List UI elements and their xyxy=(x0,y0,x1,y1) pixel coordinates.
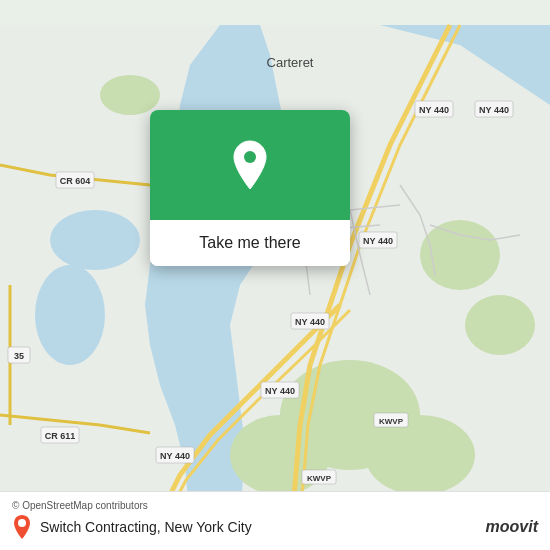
attribution-text: © OpenStreetMap contributors xyxy=(12,500,538,511)
svg-point-32 xyxy=(244,151,256,163)
location-pin-icon xyxy=(228,139,272,191)
svg-text:KWVP: KWVP xyxy=(307,474,332,483)
svg-text:NY 440: NY 440 xyxy=(160,451,190,461)
svg-point-2 xyxy=(35,265,105,365)
popup-button-area: Take me there xyxy=(150,220,350,266)
map-background: NY 440 NY 440 NY 440 NY 440 NY 440 NY 44… xyxy=(0,0,550,550)
svg-text:CR 604: CR 604 xyxy=(60,176,91,186)
popup-green-area xyxy=(150,110,350,220)
svg-text:Carteret: Carteret xyxy=(267,55,314,70)
svg-point-1 xyxy=(50,210,140,270)
svg-point-33 xyxy=(18,519,26,527)
bottom-bar: © OpenStreetMap contributors Switch Cont… xyxy=(0,491,550,550)
location-label: Switch Contracting, New York City xyxy=(40,519,252,535)
map-container: NY 440 NY 440 NY 440 NY 440 NY 440 NY 44… xyxy=(0,0,550,550)
svg-point-8 xyxy=(100,75,160,115)
moovit-logo: moovit xyxy=(486,518,538,536)
svg-text:NY 440: NY 440 xyxy=(419,105,449,115)
svg-text:NY 440: NY 440 xyxy=(479,105,509,115)
svg-text:NY 440: NY 440 xyxy=(295,317,325,327)
take-me-there-button[interactable]: Take me there xyxy=(166,234,334,252)
moovit-logo-text: moovit xyxy=(486,518,538,536)
svg-text:CR 611: CR 611 xyxy=(45,431,76,441)
svg-text:35: 35 xyxy=(14,351,24,361)
moovit-pin-icon xyxy=(12,514,32,540)
popup-card: Take me there xyxy=(150,110,350,266)
svg-point-7 xyxy=(465,295,535,355)
svg-text:NY 440: NY 440 xyxy=(265,386,295,396)
bottom-info: Switch Contracting, New York City moovit xyxy=(12,514,538,540)
svg-text:KWVP: KWVP xyxy=(379,417,404,426)
svg-text:NY 440: NY 440 xyxy=(363,236,393,246)
